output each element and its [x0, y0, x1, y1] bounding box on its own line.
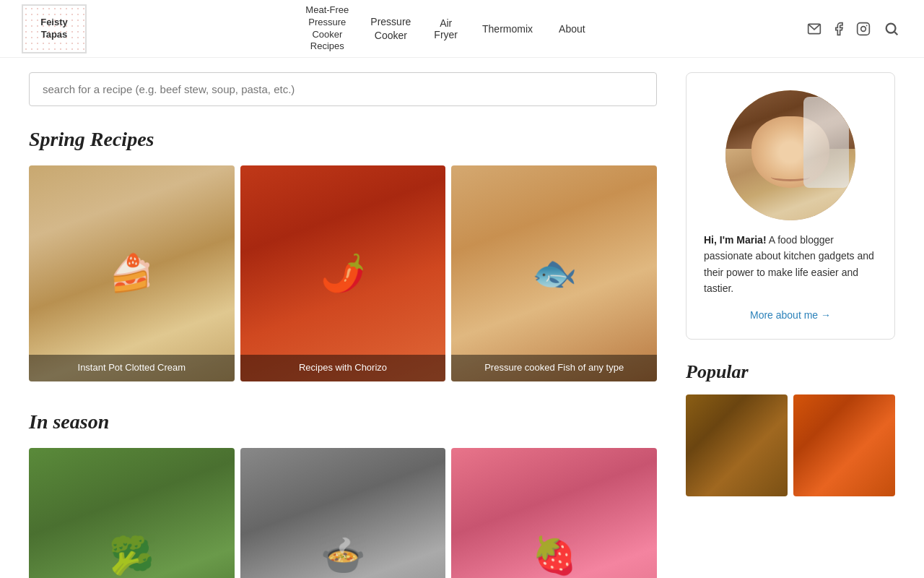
author-card: Hi, I'm Maria! A food blogger passionate…: [686, 72, 895, 340]
nav-item-meat-free[interactable]: Meat-FreePressureCookerRecipes: [297, 0, 357, 57]
instagram-icon[interactable]: [856, 22, 871, 36]
facebook-icon[interactable]: [832, 22, 846, 36]
author-more-link[interactable]: More about me →: [750, 309, 831, 321]
logo-text: FeistyTapas: [40, 17, 68, 41]
svg-rect-1: [858, 22, 870, 35]
header-actions: [807, 18, 902, 40]
popular-card-2[interactable]: [793, 394, 895, 496]
svg-point-4: [886, 23, 896, 33]
sidebar: Hi, I'm Maria! A food blogger passionate…: [686, 72, 895, 578]
nav-item-about[interactable]: About: [547, 19, 597, 39]
svg-line-5: [894, 32, 897, 35]
content-area: Spring Recipes Instant Pot Clotted Cream…: [29, 72, 657, 578]
main-nav: Meat-FreePressureCookerRecipes Instant P…: [87, 0, 807, 57]
popular-section: Popular: [686, 361, 895, 496]
nav-item-thermomix[interactable]: Thermomix: [471, 19, 544, 39]
recipe-card-label: Recipes with Chorizo: [240, 355, 446, 381]
recipe-card-fish[interactable]: Pressure cooked Fish of any type: [451, 165, 657, 381]
email-icon[interactable]: [807, 22, 821, 36]
in-season-heading: In season: [29, 410, 657, 434]
spring-recipes-section: Spring Recipes Instant Pot Clotted Cream…: [29, 128, 657, 381]
in-season-section: In season: [29, 410, 657, 578]
nav-item-air-fryer[interactable]: AirFryer: [424, 13, 468, 45]
site-logo[interactable]: FeistyTapas: [22, 4, 87, 53]
author-avatar: [725, 90, 855, 220]
recipe-card-label: Instant Pot Clotted Cream: [29, 355, 235, 381]
main-layout: Spring Recipes Instant Pot Clotted Cream…: [0, 58, 924, 578]
author-bio: Hi, I'm Maria! A food blogger passionate…: [704, 232, 877, 297]
svg-point-3: [866, 25, 868, 26]
season-card-1[interactable]: [29, 448, 235, 578]
popular-heading: Popular: [686, 361, 895, 383]
in-season-grid: [29, 448, 657, 578]
popular-card-1[interactable]: [686, 394, 788, 496]
spring-recipes-grid: Instant Pot Clotted Cream Recipes with C…: [29, 165, 657, 381]
popular-grid: [686, 394, 895, 496]
header-search-button[interactable]: [881, 18, 902, 40]
svg-point-2: [861, 26, 866, 31]
recipe-card-label: Pressure cooked Fish of any type: [451, 355, 657, 381]
season-card-3[interactable]: [451, 448, 657, 578]
recipe-card-clotted-cream[interactable]: Instant Pot Clotted Cream: [29, 165, 235, 381]
author-greeting: Hi, I'm Maria!: [704, 234, 767, 246]
nav-item-pressure-cooker[interactable]: Instant Pot Clotted Cream PressureCooker: [360, 11, 421, 46]
site-header: FeistyTapas Meat-FreePressureCookerRecip…: [0, 0, 924, 58]
recipe-card-chorizo[interactable]: Recipes with Chorizo: [240, 165, 446, 381]
search-input[interactable]: [29, 72, 657, 106]
season-card-2[interactable]: [240, 448, 446, 578]
spring-recipes-heading: Spring Recipes: [29, 128, 657, 151]
